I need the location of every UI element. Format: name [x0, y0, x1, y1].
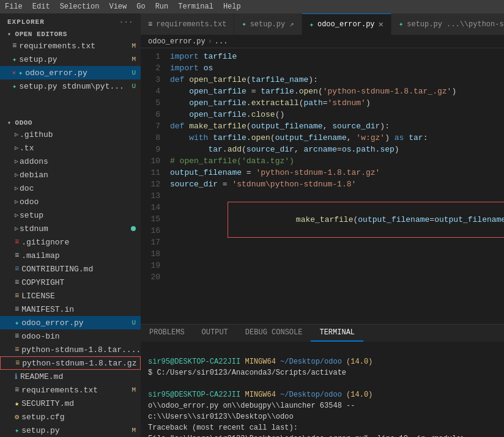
- tab-requirements[interactable]: ≡ requirements.txt: [141, 13, 234, 35]
- file-odoo-bin[interactable]: ≡ odoo-bin: [0, 329, 141, 343]
- panel-tabs: PROBLEMS OUTPUT DEBUG CONSOLE TERMINAL: [141, 325, 504, 342]
- file-tar-gz[interactable]: ≡ python-stdnum-1.8.tar.gz: [0, 356, 141, 370]
- odoo-tree: ▷ .github ▷ .tx ▷ addons ▷ debian ▷ doc …: [0, 128, 141, 437]
- ln-18: 18: [141, 248, 160, 260]
- file-gitignore[interactable]: ≡ .gitignore: [0, 235, 141, 249]
- code-line-11: def make_tarfile(output_filename, source…: [165, 120, 504, 132]
- file-odoo-bin-label: odoo-bin: [21, 332, 59, 341]
- file-setup-py[interactable]: ✦ setup.py M: [0, 424, 141, 437]
- file-requirements-label: requirements.txt: [21, 386, 98, 395]
- ln-7: 7: [141, 120, 160, 132]
- icon-odoo-error: ✦: [15, 318, 19, 328]
- file-setup-cfg[interactable]: ⚙ setup.cfg: [0, 410, 141, 424]
- folder-github-label: .github: [20, 130, 53, 139]
- tab-output[interactable]: OUTPUT: [193, 325, 237, 342]
- file-copyright-label: COPYRIGHT: [21, 278, 64, 287]
- open-file-setup-label: setup.py: [19, 55, 57, 64]
- folder-stdnum[interactable]: ▷ stdnum: [0, 222, 141, 235]
- folder-github[interactable]: ▷ .github: [0, 128, 141, 141]
- explorer-header: EXPLORER ···: [0, 13, 141, 28]
- folder-tx[interactable]: ▷ .tx: [0, 141, 141, 155]
- chevron-stdnum: ▷: [15, 225, 18, 232]
- file-contributing[interactable]: ≡ CONTRIBUTING.md: [0, 262, 141, 276]
- tab-terminal[interactable]: TERMINAL: [311, 325, 363, 342]
- open-file-setup[interactable]: ✦ setup.py M: [0, 53, 141, 66]
- stdnum-dot: [131, 226, 136, 231]
- odoo-chevron: ▾: [7, 119, 12, 127]
- chevron-odoo: ▷: [15, 198, 18, 205]
- folder-doc[interactable]: ▷ doc: [0, 182, 141, 195]
- folder-debian[interactable]: ▷ debian: [0, 168, 141, 182]
- code-line-16: # open_tarfile('data.tgz'): [165, 155, 504, 167]
- file-requirements[interactable]: ≡ requirements.txt M: [0, 383, 141, 397]
- ln-20: 20: [141, 271, 160, 283]
- term-line-3: sir95@DESKTOP-CA22JII MINGW64 ~/Desktop/…: [148, 389, 497, 400]
- menu-view[interactable]: View: [109, 2, 127, 11]
- open-file-odoo-error[interactable]: ✕ ✦ odoo_error.py U: [0, 66, 141, 79]
- file-copyright[interactable]: ≡ COPYRIGHT: [0, 276, 141, 289]
- ln-6: 6: [141, 109, 160, 120]
- badge-odoo-error: U: [132, 69, 136, 76]
- file-contributing-label: CONTRIBUTING.md: [21, 265, 93, 274]
- code-line-2: import os: [165, 62, 504, 74]
- code-line-1: import tarfile: [165, 51, 504, 62]
- icon-manifest: ≡: [15, 305, 19, 314]
- explorer-more-icon[interactable]: ···: [119, 18, 133, 26]
- tab-problems[interactable]: PROBLEMS: [141, 325, 193, 342]
- code-line-5: def open_tarfile(tarfile_name):: [165, 74, 504, 86]
- open-file-setup-stdnum[interactable]: ✦ setup.py stdnum\pyt... U: [0, 79, 141, 93]
- file-readme[interactable]: ℹ README.md: [0, 370, 141, 383]
- tab-setup[interactable]: ✦ setup.py ↗: [234, 13, 302, 35]
- tabs-bar: ≡ requirements.txt ✦ setup.py ↗ ✦ odoo_e…: [141, 13, 504, 35]
- odoo-section[interactable]: ▾ ODOO: [0, 117, 141, 128]
- breadcrumb-file: odoo_error.py: [148, 37, 206, 46]
- file-tar-dotdot[interactable]: ≡ python-stdnum-1.8.tar.... U: [0, 343, 141, 356]
- file-mailmap[interactable]: ≡ .mailmap: [0, 249, 141, 262]
- tab-icon-requirements: ≡: [148, 20, 152, 29]
- folder-odoo[interactable]: ▷ odoo: [0, 195, 141, 208]
- open-file-requirements[interactable]: ≡ requirements.txt M: [0, 39, 141, 53]
- menu-help[interactable]: Help: [223, 2, 241, 11]
- folder-odoo-label: odoo: [20, 197, 39, 207]
- tab-debug-console[interactable]: DEBUG CONSOLE: [237, 325, 311, 342]
- icon-contributing: ≡: [15, 265, 19, 273]
- bottom-panel: PROBLEMS OUTPUT DEBUG CONSOLE TERMINAL s…: [141, 324, 504, 437]
- folder-stdnum-label: stdnum: [20, 224, 48, 233]
- tab-icon-setup-stdnum: ✦: [399, 20, 403, 29]
- icon-setup-py: ✦: [15, 426, 19, 435]
- file-manifest[interactable]: ≡ MANIFEST.in: [0, 303, 141, 316]
- folder-setup[interactable]: ▷ setup: [0, 208, 141, 222]
- badge-requirements: M: [132, 42, 136, 50]
- tab-close-odoo-error[interactable]: ✕: [379, 20, 384, 29]
- menu-selection[interactable]: Selection: [60, 2, 100, 11]
- code-editor[interactable]: 1 2 3 4 5 6 7 8 9 10 11 12 13 14 15 16 1: [141, 48, 504, 324]
- file-odoo-error[interactable]: ✦ odoo_error.py U: [0, 316, 141, 329]
- tab-odoo-error[interactable]: ✦ odoo_error.py ✕: [302, 13, 391, 35]
- ln-1: 1: [141, 51, 160, 62]
- term-line-2: $ C:/Users/sir0123/Anaconda3/Scripts/act…: [148, 367, 497, 378]
- file-tar-gz-label: python-stdnum-1.8.tar.gz: [22, 359, 136, 368]
- code-line-17: output_filename = 'python-stdnum-1.8.tar…: [165, 167, 504, 178]
- file-tar-dotdot-label: python-stdnum-1.8.tar....: [21, 345, 141, 354]
- open-editors-section[interactable]: ▾ OPEN EDITORS: [0, 28, 141, 39]
- menu-run[interactable]: Run: [155, 2, 169, 11]
- menu-terminal[interactable]: Terminal: [178, 2, 213, 11]
- file-license[interactable]: ≡ LICENSE: [0, 289, 141, 303]
- chevron-setup: ▷: [15, 211, 18, 219]
- breadcrumb-dots: ...: [215, 37, 228, 46]
- file-security[interactable]: ★ SECURITY.md: [0, 397, 141, 410]
- menu-go[interactable]: Go: [136, 2, 145, 11]
- breadcrumb-sep: ›: [208, 37, 212, 46]
- folder-addons[interactable]: ▷ addons: [0, 155, 141, 168]
- close-odoo-error-icon[interactable]: ✕: [12, 69, 16, 76]
- breadcrumb: odoo_error.py › ...: [141, 35, 504, 48]
- term-line-5: Traceback (most recent call last):: [148, 422, 497, 433]
- terminal-content[interactable]: sir95@DESKTOP-CA22JII MINGW64 ~/Desktop/…: [141, 342, 504, 437]
- tab-setup-stdnum[interactable]: ✦ setup.py ...\\python-stdnum: [391, 13, 504, 35]
- chevron-debian: ▷: [15, 171, 18, 178]
- icon-license: ≡: [15, 292, 19, 300]
- menu-edit[interactable]: Edit: [32, 2, 50, 11]
- menu-file[interactable]: File: [5, 2, 23, 11]
- file-manifest-label: MANIFEST.in: [21, 305, 74, 314]
- file-security-label: SECURITY.md: [21, 399, 74, 408]
